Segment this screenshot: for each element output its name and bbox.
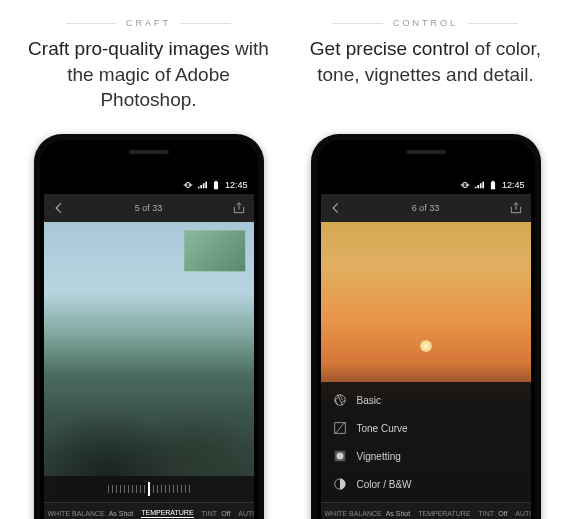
headline-control: Get precise control of color, tone, vign… (297, 36, 554, 116)
signal-icon (197, 180, 207, 190)
param-tint-value: Off (221, 510, 230, 517)
phone-mockup-right: 12:45 6 of 33 Basic (311, 134, 541, 519)
section-label-craft: CRAFT (126, 10, 171, 36)
curve-icon (333, 421, 347, 435)
headline-bold: Craft pro-quality images (28, 38, 230, 59)
param-tint[interactable]: TINT (202, 510, 218, 517)
photo-counter: 6 of 33 (412, 203, 440, 213)
battery-icon (211, 180, 221, 190)
param-white-balance[interactable]: WHITE BALANCE (48, 510, 105, 517)
panel-item-tone-curve[interactable]: Tone Curve (321, 414, 531, 442)
status-time: 12:45 (502, 180, 525, 190)
control-column: CONTROL Get precise control of color, to… (297, 10, 554, 519)
photo-viewport[interactable] (44, 222, 254, 502)
share-icon[interactable] (509, 201, 523, 215)
vibrate-icon (460, 180, 470, 190)
svg-point-3 (336, 453, 343, 460)
phone-speaker (406, 150, 446, 154)
edit-panel: Basic Tone Curve Vignetting (321, 382, 531, 502)
panel-item-color-bw[interactable]: Color / B&W (321, 470, 531, 498)
parameter-bar: WHITE BALANCE As Shot TEMPERATURE TINT O… (321, 502, 531, 519)
param-temperature[interactable]: TEMPERATURE (418, 510, 470, 517)
vignette-icon (333, 449, 347, 463)
parameter-bar: WHITE BALANCE As Shot TEMPERATURE TINT O… (44, 502, 254, 519)
aperture-icon (333, 393, 347, 407)
photo-rocky-coast (44, 222, 254, 502)
panel-label: Vignetting (357, 451, 401, 462)
panel-item-basic[interactable]: Basic (321, 386, 531, 414)
param-tint-value: Off (498, 510, 507, 517)
param-white-balance-value: As Shot (109, 510, 134, 517)
panel-label: Tone Curve (357, 423, 408, 434)
android-status-bar: 12:45 (44, 176, 254, 194)
color-bw-icon (333, 477, 347, 491)
headline-bold: Get precise control (310, 38, 469, 59)
panel-item-vignetting[interactable]: Vignetting (321, 442, 531, 470)
param-white-balance[interactable]: WHITE BALANCE (325, 510, 382, 517)
back-icon[interactable] (52, 201, 66, 215)
param-auto-tone[interactable]: AUTO TONE (515, 510, 530, 517)
phone-mockup-left: 12:45 5 of 33 (34, 134, 264, 519)
battery-icon (488, 180, 498, 190)
phone-speaker (129, 150, 169, 154)
panel-label: Color / B&W (357, 479, 412, 490)
section-label-control: CONTROL (393, 10, 458, 36)
param-auto-tone[interactable]: AUTO TONE (238, 510, 253, 517)
share-icon[interactable] (232, 201, 246, 215)
signal-icon (474, 180, 484, 190)
back-icon[interactable] (329, 201, 343, 215)
param-tint[interactable]: TINT (479, 510, 495, 517)
param-white-balance-value: As Shot (386, 510, 411, 517)
app-header: 6 of 33 (321, 194, 531, 222)
craft-column: CRAFT Craft pro-quality images with the … (20, 10, 277, 519)
photo-viewport[interactable]: Basic Tone Curve Vignetting (321, 222, 531, 502)
headline-craft: Craft pro-quality images with the magic … (20, 36, 277, 116)
adjustment-slider[interactable] (44, 476, 254, 502)
vibrate-icon (183, 180, 193, 190)
app-header: 5 of 33 (44, 194, 254, 222)
panel-label: Basic (357, 395, 381, 406)
status-time: 12:45 (225, 180, 248, 190)
photo-counter: 5 of 33 (135, 203, 163, 213)
android-status-bar: 12:45 (321, 176, 531, 194)
param-temperature[interactable]: TEMPERATURE (141, 509, 193, 518)
